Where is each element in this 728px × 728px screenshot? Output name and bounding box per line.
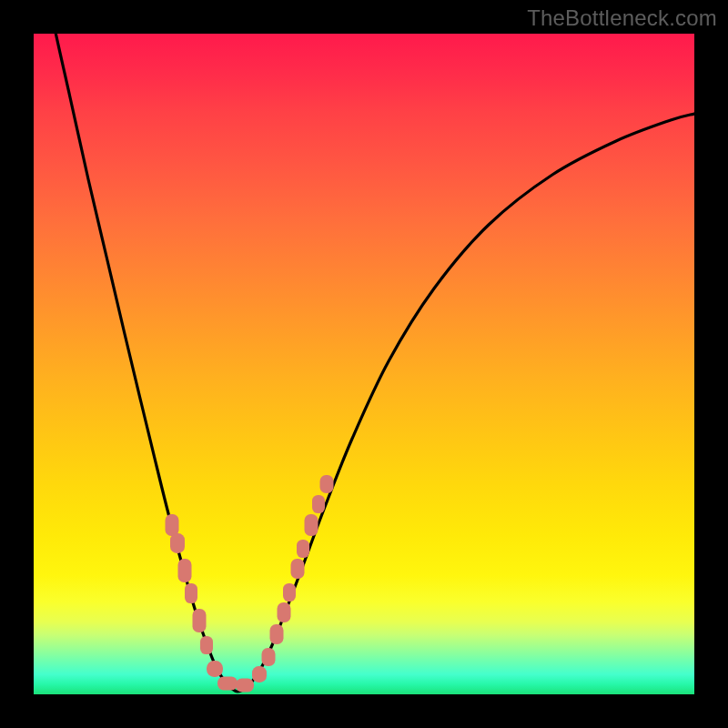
data-marker (217, 677, 238, 691)
data-marker (297, 540, 309, 558)
data-marker (291, 559, 305, 579)
chart-svg (34, 34, 694, 694)
data-marker (200, 636, 213, 654)
data-marker (170, 533, 185, 553)
data-marker (185, 583, 197, 603)
data-marker (236, 679, 254, 693)
data-marker (207, 661, 223, 677)
data-marker (178, 559, 192, 582)
data-marker (283, 583, 296, 602)
data-marker (305, 514, 318, 536)
data-marker (270, 624, 284, 644)
data-marker (166, 514, 179, 536)
data-marker (312, 495, 325, 513)
data-marker (252, 666, 267, 682)
plot-area (34, 34, 694, 694)
marker-group (166, 475, 334, 693)
data-marker (278, 602, 291, 622)
watermark-text: TheBottleneck.com (527, 5, 717, 31)
data-marker (193, 609, 207, 632)
data-marker (320, 475, 334, 493)
data-marker (262, 648, 276, 666)
outer-frame: TheBottleneck.com (0, 0, 728, 728)
bottleneck-curve (34, 34, 694, 692)
